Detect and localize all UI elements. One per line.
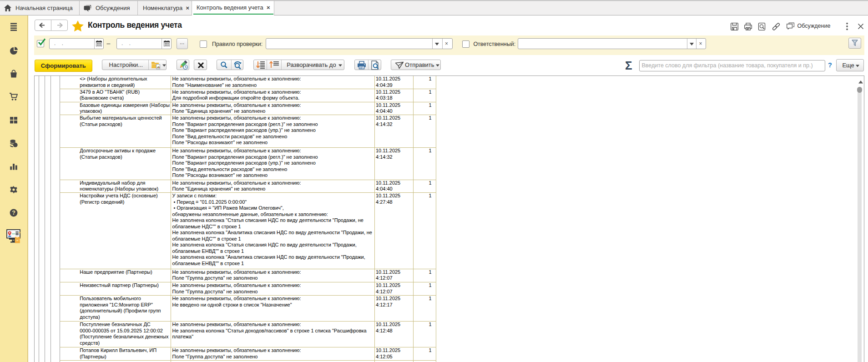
svg-text:?: ? (12, 210, 15, 216)
